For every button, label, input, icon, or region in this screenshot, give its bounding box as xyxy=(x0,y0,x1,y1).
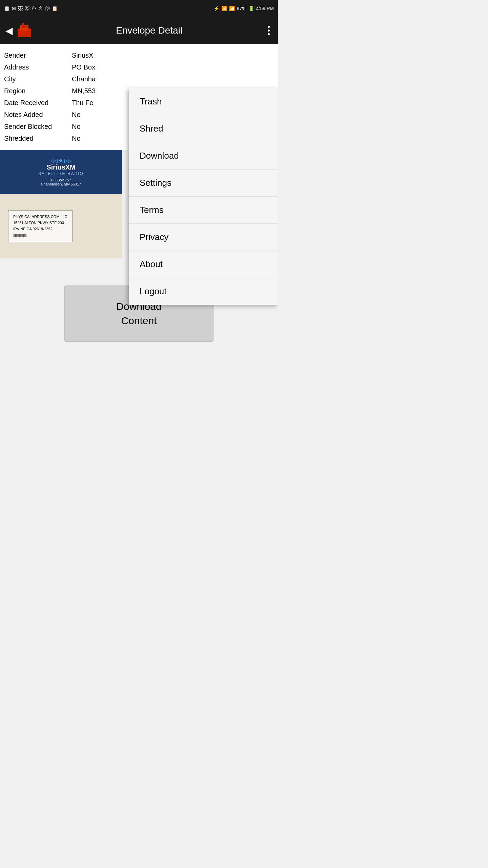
menu-item-download[interactable]: Download xyxy=(129,142,278,170)
recipient-line3: IRVINE CA 92618-2352 xyxy=(13,226,67,232)
back-arrow-icon: ◀ xyxy=(5,25,13,36)
label-city: City xyxy=(4,75,72,83)
app-logo-icon xyxy=(16,22,33,39)
back-button[interactable]: ◀ xyxy=(5,22,33,39)
label-sender: Sender xyxy=(4,52,72,59)
value-notes-added: No xyxy=(72,111,81,119)
dropdown-menu: Trash Shred Download Settings Terms Priv… xyxy=(129,88,278,305)
label-sender-blocked: Sender Blocked xyxy=(4,123,72,131)
value-shredded: No xyxy=(72,135,81,142)
wifi-icon: 📶 xyxy=(221,6,227,11)
menu-item-trash[interactable]: Trash xyxy=(129,88,278,115)
beats-icon2: ⓑ xyxy=(45,5,50,12)
clipboard-icon: 📋 xyxy=(52,6,58,11)
detail-row-address: Address PO Box xyxy=(4,61,274,73)
menu-item-about[interactable]: About xyxy=(129,251,278,278)
value-date-received: Thu Fe xyxy=(72,99,93,107)
sirius-sender-address: PO Box 757Chanhassen, MN 55317 xyxy=(5,178,117,186)
svg-rect-3 xyxy=(22,26,27,27)
sirius-brand-name: SiriusXM xyxy=(5,163,117,171)
detail-row-city: City Chanha xyxy=(4,73,274,85)
recipient-line2: 15231 ALTON PKWY STE 200 xyxy=(13,220,67,226)
email-icon: ✉ xyxy=(12,6,16,11)
lower-content: DownloadContent xyxy=(0,285,278,421)
menu-item-terms[interactable]: Terms xyxy=(129,197,278,224)
menu-item-shred[interactable]: Shred xyxy=(129,115,278,142)
envelope-recipient-section: PHYSICALADDRESS.COM LLC 15231 ALTON PKWY… xyxy=(0,194,122,258)
timer-icon1: ⏱ xyxy=(32,6,36,11)
clock: 4:59 PM xyxy=(256,6,274,11)
barcode: ||||||||||||||||||||||||||||| xyxy=(13,233,67,238)
label-date-received: Date Received xyxy=(4,99,72,107)
photo-icon: 🖼 xyxy=(18,6,23,11)
menu-item-logout[interactable]: Logout xyxy=(129,278,278,305)
value-address: PO Box xyxy=(72,63,95,71)
notification-icon: 📋 xyxy=(4,6,10,11)
signal-icon: 📶 xyxy=(229,6,235,11)
nav-bar: ◀ Envelope Detail xyxy=(0,17,278,44)
detail-row-sender: Sender SiriusX xyxy=(4,50,274,61)
bluetooth-icon: ⚡ xyxy=(214,6,219,11)
page-title: Envelope Detail xyxy=(33,25,265,36)
value-region: MN,553 xyxy=(72,87,96,95)
timer-icon2: ⏱ xyxy=(38,6,43,11)
status-icons-left: 📋 ✉ 🖼 ⓑ ⏱ ⏱ ⓑ 📋 xyxy=(4,5,58,12)
battery-percent: 97% xyxy=(237,6,246,11)
menu-item-settings[interactable]: Settings xyxy=(129,170,278,197)
label-notes-added: Notes Added xyxy=(4,111,72,119)
menu-item-privacy[interactable]: Privacy xyxy=(129,224,278,251)
sirius-waves-icon: ◁◁ ❖ ▷▷ xyxy=(5,158,117,163)
label-shredded: Shredded xyxy=(4,135,72,142)
overflow-menu-button[interactable] xyxy=(265,23,272,38)
envelope-sender-section: ◁◁ ❖ ▷▷ SiriusXM SATELLITE RADIO PO Box … xyxy=(0,150,122,194)
sirius-tagline: SATELLITE RADIO xyxy=(5,171,117,176)
recipient-address-box: PHYSICALADDRESS.COM LLC 15231 ALTON PKWY… xyxy=(8,210,73,242)
label-address: Address xyxy=(4,63,72,71)
status-bar: 📋 ✉ 🖼 ⓑ ⏱ ⏱ ⓑ 📋 ⚡ 📶 📶 97% 🔋 4:59 PM xyxy=(0,0,278,17)
label-region: Region xyxy=(4,87,72,95)
recipient-line1: PHYSICALADDRESS.COM LLC xyxy=(13,214,67,220)
status-icons-right: ⚡ 📶 📶 97% 🔋 4:59 PM xyxy=(214,6,274,11)
value-sender-blocked: No xyxy=(72,123,81,131)
beats-icon: ⓑ xyxy=(25,5,29,12)
envelope-image: ◁◁ ❖ ▷▷ SiriusXM SATELLITE RADIO PO Box … xyxy=(0,150,122,258)
battery-icon: 🔋 xyxy=(248,6,254,11)
value-sender: SiriusX xyxy=(72,52,93,59)
value-city: Chanha xyxy=(72,75,96,83)
